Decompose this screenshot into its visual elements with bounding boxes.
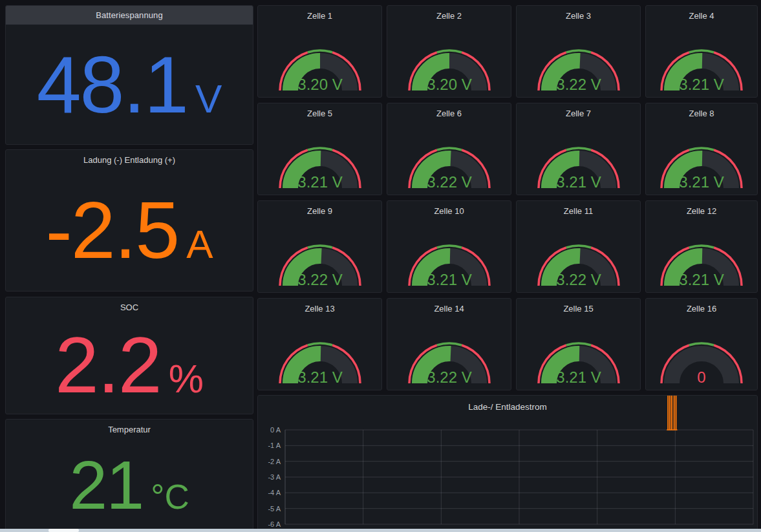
gauge-value: 3.21 V bbox=[679, 271, 723, 288]
svg-text:-3 A: -3 A bbox=[268, 473, 281, 481]
current-unit: A bbox=[186, 224, 213, 264]
current-value: -2.5 bbox=[45, 190, 178, 270]
gauge-value: 3.22 V bbox=[556, 271, 601, 288]
cell-gauge: 3.21 V bbox=[517, 123, 640, 195]
cell-gauge: 3.21 V bbox=[387, 220, 511, 292]
gauge-arc: 3.20 V bbox=[273, 39, 367, 94]
gauge-arc: 3.21 V bbox=[273, 332, 367, 387]
chart-title[interactable]: Lade-/ Entladestrom bbox=[258, 402, 757, 412]
cell-gauge: 3.22 V bbox=[258, 220, 381, 292]
cell-panel-title[interactable]: Zelle 3 bbox=[517, 7, 640, 25]
panel-zelle-10: Zelle 103.21 V bbox=[387, 200, 511, 293]
gauge-value: 3.21 V bbox=[679, 173, 723, 191]
soc-unit: % bbox=[169, 359, 204, 399]
battery-voltage-unit: V bbox=[195, 79, 222, 119]
panel-title-soc[interactable]: SOC bbox=[6, 299, 253, 317]
gauge-value: 3.22 V bbox=[297, 271, 342, 288]
gauge-value: 3.22 V bbox=[427, 173, 471, 191]
panel-zelle-1: Zelle 13.20 V bbox=[257, 5, 382, 98]
temperature-stat: 21 °C bbox=[6, 438, 253, 531]
gauge-arc: 3.22 V bbox=[532, 39, 625, 94]
gauge-arc: 3.21 V bbox=[655, 39, 748, 94]
gauge-arc: 3.21 V bbox=[532, 332, 625, 387]
cell-gauge: 3.22 V bbox=[517, 25, 640, 97]
current-timeseries-chart[interactable]: 0 A-1 A-2 A-3 A-4 A-5 A-6 A bbox=[258, 396, 757, 531]
panel-zelle-9: Zelle 93.22 V bbox=[257, 200, 382, 293]
panel-zelle-6: Zelle 63.22 V bbox=[387, 103, 511, 195]
cell-panel-title[interactable]: Zelle 10 bbox=[387, 202, 511, 220]
cell-panel-title[interactable]: Zelle 7 bbox=[517, 105, 640, 123]
gauge-value: 3.21 V bbox=[556, 368, 601, 386]
gauge-arc: 3.22 V bbox=[403, 137, 496, 191]
gauge-value: 3.21 V bbox=[297, 173, 342, 191]
cell-gauge: 3.21 V bbox=[646, 220, 757, 292]
panel-zelle-13: Zelle 133.21 V bbox=[257, 298, 382, 390]
panel-zelle-16: Zelle 160 bbox=[645, 298, 758, 390]
grafana-dashboard: Batteriespannung 48.1 V Ladung (-) Entla… bbox=[0, 0, 761, 532]
battery-voltage-value: 48.1 bbox=[37, 45, 188, 125]
panel-zelle-12: Zelle 123.21 V bbox=[645, 200, 758, 293]
gauge-value: 3.21 V bbox=[556, 173, 601, 191]
svg-text:-1 A: -1 A bbox=[268, 442, 281, 449]
svg-text:-4 A: -4 A bbox=[268, 489, 281, 496]
gauge-arc: 3.21 V bbox=[273, 137, 367, 191]
cell-panel-title[interactable]: Zelle 13 bbox=[258, 300, 381, 318]
horizontal-scrollbar[interactable] bbox=[0, 529, 761, 532]
panel-title-ladung-entladung[interactable]: Ladung (-) Entladung (+) bbox=[6, 151, 253, 169]
gauge-value: 3.22 V bbox=[427, 368, 471, 386]
panel-zelle-14: Zelle 143.22 V bbox=[387, 298, 511, 390]
gauge-value: 3.21 V bbox=[679, 76, 723, 93]
soc-value: 2.2 bbox=[55, 326, 161, 405]
cell-panel-title[interactable]: Zelle 5 bbox=[258, 105, 381, 123]
panel-title-batteriespannung: Batteriespannung bbox=[96, 10, 163, 20]
soc-stat: 2.2 % bbox=[6, 317, 253, 414]
svg-text:0 A: 0 A bbox=[270, 426, 281, 434]
temperature-value: 21 bbox=[69, 451, 143, 519]
cell-gauge: 3.20 V bbox=[387, 25, 511, 97]
battery-voltage-stat: 48.1 V bbox=[6, 25, 253, 144]
scrollbar-thumb[interactable] bbox=[48, 529, 79, 532]
svg-text:-5 A: -5 A bbox=[268, 505, 281, 513]
cell-gauge: 3.22 V bbox=[387, 123, 511, 195]
gauge-arc: 3.21 V bbox=[655, 235, 748, 289]
svg-text:-6 A: -6 A bbox=[268, 520, 281, 528]
panel-zelle-4: Zelle 43.21 V bbox=[645, 5, 758, 98]
cell-gauge: 3.21 V bbox=[258, 123, 381, 195]
panel-title-temperatur[interactable]: Temperatur bbox=[6, 421, 253, 439]
cell-gauge: 3.21 V bbox=[646, 25, 757, 97]
gauge-value: 3.20 V bbox=[427, 76, 471, 93]
current-stat: -2.5 A bbox=[6, 169, 253, 291]
panel-zelle-11: Zelle 113.22 V bbox=[516, 200, 641, 293]
panel-zelle-8: Zelle 83.21 V bbox=[645, 103, 758, 195]
svg-text:-2 A: -2 A bbox=[268, 458, 281, 465]
gauge-arc: 3.21 V bbox=[532, 137, 625, 191]
cell-panel-title[interactable]: Zelle 8 bbox=[646, 105, 757, 123]
cell-panel-title[interactable]: Zelle 6 bbox=[387, 105, 511, 123]
gauge-arc: 3.21 V bbox=[655, 137, 748, 191]
cell-panel-title[interactable]: Zelle 16 bbox=[646, 300, 757, 318]
cell-panel-title[interactable]: Zelle 14 bbox=[387, 300, 511, 318]
panel-ladung-entladung: Ladung (-) Entladung (+) -2.5 A bbox=[5, 149, 253, 292]
cell-panel-title[interactable]: Zelle 1 bbox=[258, 7, 381, 25]
cell-panel-title[interactable]: Zelle 15 bbox=[517, 300, 640, 318]
panel-zelle-2: Zelle 23.20 V bbox=[387, 5, 511, 98]
cell-gauge-grid: Zelle 13.20 VZelle 23.20 VZelle 33.22 VZ… bbox=[257, 5, 758, 390]
panel-zelle-3: Zelle 33.22 V bbox=[516, 5, 641, 98]
panel-lade-entladestrom: 0 A-1 A-2 A-3 A-4 A-5 A-6 A Lade-/ Entla… bbox=[257, 395, 758, 532]
cell-panel-title[interactable]: Zelle 12 bbox=[646, 202, 757, 220]
cell-gauge: 3.21 V bbox=[258, 318, 381, 390]
cell-gauge: 3.22 V bbox=[387, 318, 511, 390]
cell-panel-title[interactable]: Zelle 9 bbox=[258, 202, 381, 220]
cell-gauge: 3.22 V bbox=[517, 220, 640, 292]
cell-gauge: 3.20 V bbox=[258, 25, 381, 97]
panel-zelle-15: Zelle 153.21 V bbox=[516, 298, 641, 390]
cell-panel-title[interactable]: Zelle 11 bbox=[517, 202, 640, 220]
gauge-arc: 3.21 V bbox=[403, 235, 496, 289]
cell-panel-title[interactable]: Zelle 4 bbox=[646, 7, 757, 25]
gauge-value: 3.21 V bbox=[427, 271, 471, 288]
gauge-arc: 3.22 V bbox=[403, 332, 496, 387]
gauge-arc: 3.22 V bbox=[532, 235, 625, 289]
cell-gauge: 3.21 V bbox=[517, 318, 640, 390]
cell-panel-title[interactable]: Zelle 2 bbox=[387, 7, 511, 25]
panel-header-batteriespannung[interactable]: Batteriespannung bbox=[6, 6, 253, 25]
